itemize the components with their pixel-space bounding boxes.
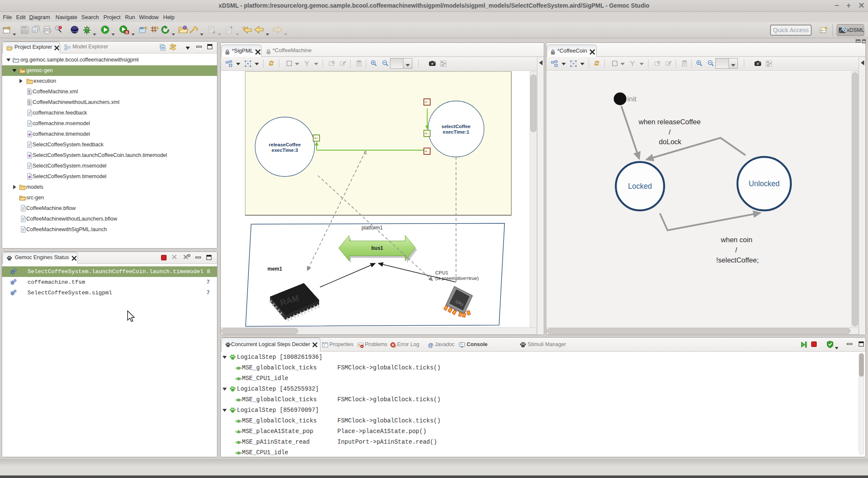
svg-text:selectCoffee: selectCoffee	[442, 124, 470, 129]
svg-text:pA...: pA...	[425, 132, 428, 134]
svg-text:pA...: pA...	[425, 150, 428, 152]
svg-text:execTime:3: execTime:3	[272, 148, 298, 153]
svg-text:pA...: pA...	[425, 101, 428, 103]
svg-text:Locked: Locked	[628, 182, 652, 190]
svg-text:init: init	[627, 95, 637, 103]
svg-text:pA.in: pA.in	[314, 137, 318, 139]
svg-text:when coin: when coin	[721, 236, 752, 243]
svg-text:/: /	[735, 246, 737, 254]
svg-text:releaseCoffee: releaseCoffee	[269, 142, 300, 147]
svg-text:doLock: doLock	[659, 138, 682, 145]
svg-text:Unlocked: Unlocked	[749, 179, 780, 188]
svg-text:Gr: Gr	[140, 26, 144, 30]
svg-text:CPU1: CPU1	[435, 270, 448, 275]
svg-text:!selectCoffee;: !selectCoffee;	[716, 256, 759, 264]
svg-text:G: G	[164, 28, 167, 33]
svg-text:when releaseCoffee: when releaseCoffee	[638, 118, 701, 126]
svg-text:execTime:1: execTime:1	[443, 129, 470, 134]
svg-text:(is preemptive=true): (is preemptive=true)	[435, 276, 479, 281]
svg-text:mem1: mem1	[267, 266, 282, 272]
svg-text:/: /	[669, 128, 671, 136]
svg-text:bus1: bus1	[371, 245, 383, 251]
